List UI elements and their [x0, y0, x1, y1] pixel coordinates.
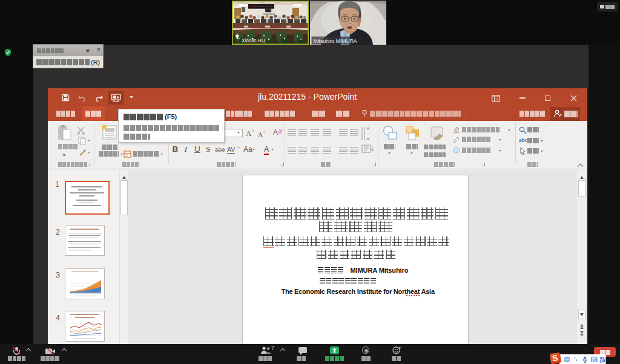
svg-text:Xiaolin HU: Xiaolin HU	[242, 38, 265, 44]
svg-text:Mitsuhiro MIMURA: Mitsuhiro MIMURA	[314, 38, 357, 44]
